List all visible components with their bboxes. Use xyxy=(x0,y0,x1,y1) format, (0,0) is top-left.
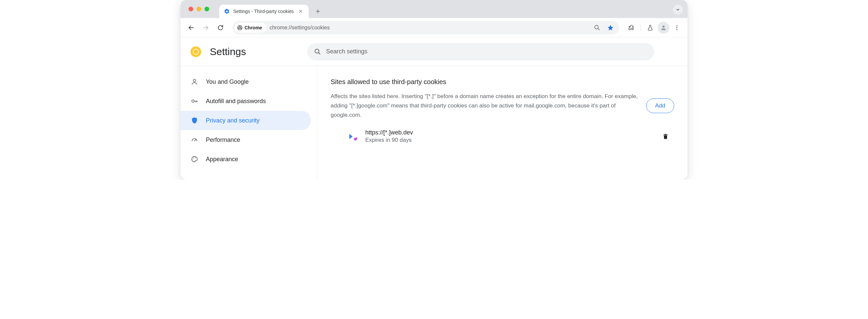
tab-close-button[interactable] xyxy=(297,8,304,15)
omnibox-url: chrome://settings/cookies xyxy=(270,25,588,31)
add-button[interactable]: Add xyxy=(646,98,674,113)
window-minimize-button[interactable] xyxy=(196,7,201,11)
forward-button[interactable] xyxy=(200,22,212,34)
speedometer-icon xyxy=(190,136,198,144)
zoom-icon xyxy=(594,24,600,31)
tab-strip: Settings - Third-party cookies xyxy=(181,0,687,18)
plus-icon xyxy=(315,9,320,14)
section-title: Sites allowed to use third-party cookies xyxy=(331,78,674,86)
site-expiry: Expires in 90 days xyxy=(365,137,653,144)
reload-icon xyxy=(217,24,224,31)
sidebar-item-label: Appearance xyxy=(206,156,238,163)
site-chip-label: Chrome xyxy=(245,25,262,30)
close-icon xyxy=(299,9,303,13)
settings-header: Settings xyxy=(181,37,687,66)
profile-button[interactable] xyxy=(657,22,670,34)
chrome-menu-button[interactable] xyxy=(671,22,683,34)
svg-point-6 xyxy=(676,29,677,30)
svg-point-13 xyxy=(193,158,193,159)
settings-gear-icon xyxy=(224,8,230,14)
toolbar-divider xyxy=(641,24,641,31)
svg-point-15 xyxy=(195,157,196,158)
delete-site-button[interactable] xyxy=(659,130,672,143)
settings-search-input[interactable] xyxy=(326,48,648,55)
palette-icon xyxy=(190,155,198,163)
star-filled-icon xyxy=(607,24,614,31)
sidebar-item-performance[interactable]: Performance xyxy=(181,130,311,149)
site-chip[interactable]: Chrome xyxy=(235,23,266,33)
tab-title: Settings - Third-party cookies xyxy=(233,9,294,14)
omnibox[interactable]: Chrome chrome://settings/cookies xyxy=(232,21,619,34)
main-content: Sites allowed to use third-party cookies… xyxy=(317,66,687,179)
chrome-logo-icon xyxy=(190,46,202,58)
window-maximize-button[interactable] xyxy=(205,7,209,11)
bookmark-button[interactable] xyxy=(604,22,617,34)
svg-point-17 xyxy=(355,138,357,140)
reload-button[interactable] xyxy=(215,22,226,34)
zoom-button[interactable] xyxy=(591,22,603,34)
person-icon xyxy=(660,24,667,31)
sidebar-item-you-and-google[interactable]: You and Google xyxy=(181,72,311,91)
svg-point-11 xyxy=(193,80,195,82)
site-row: https://[*.]web.dev Expires in 90 days xyxy=(331,129,674,144)
sidebar-item-label: Performance xyxy=(206,137,240,144)
chrome-icon xyxy=(237,25,243,30)
sidebar-item-privacy[interactable]: Privacy and security xyxy=(181,111,311,130)
svg-point-9 xyxy=(193,49,198,54)
flask-icon xyxy=(647,24,653,31)
chevron-down-icon xyxy=(676,7,680,12)
window-close-button[interactable] xyxy=(188,7,193,11)
sidebar-item-label: You and Google xyxy=(206,79,249,85)
back-button[interactable] xyxy=(185,22,197,34)
arrow-left-icon xyxy=(188,24,194,31)
svg-point-5 xyxy=(676,27,677,28)
site-url: https://[*.]web.dev xyxy=(365,129,653,136)
shield-icon xyxy=(190,116,198,124)
kebab-menu-icon xyxy=(674,24,680,31)
sidebar-item-label: Privacy and security xyxy=(206,117,259,124)
toolbar: Chrome chrome://settings/cookies xyxy=(181,18,687,37)
svg-point-4 xyxy=(676,25,677,26)
svg-point-12 xyxy=(192,100,194,102)
key-icon xyxy=(190,97,198,105)
arrow-right-icon xyxy=(203,24,209,31)
search-icon xyxy=(314,48,321,55)
new-tab-button[interactable] xyxy=(312,5,324,17)
person-outline-icon xyxy=(190,78,198,86)
browser-tab[interactable]: Settings - Third-party cookies xyxy=(219,5,309,18)
tab-search-button[interactable] xyxy=(673,5,683,15)
page-title: Settings xyxy=(210,46,246,57)
sidebar-item-appearance[interactable]: Appearance xyxy=(181,149,311,169)
svg-point-1 xyxy=(239,27,241,28)
puzzle-icon xyxy=(628,24,634,31)
site-favicon-icon xyxy=(348,131,359,142)
sidebar: You and Google Autofill and passwords Pr… xyxy=(181,66,317,179)
svg-point-3 xyxy=(662,25,665,28)
extensions-button[interactable] xyxy=(625,22,637,34)
trash-icon xyxy=(662,133,669,140)
sidebar-item-label: Autofill and passwords xyxy=(206,98,266,105)
settings-search[interactable] xyxy=(307,43,654,60)
svg-point-14 xyxy=(193,157,194,158)
section-description: Affects the sites listed here. Inserting… xyxy=(331,92,638,120)
labs-button[interactable] xyxy=(644,22,656,34)
sidebar-item-autofill[interactable]: Autofill and passwords xyxy=(181,91,311,111)
